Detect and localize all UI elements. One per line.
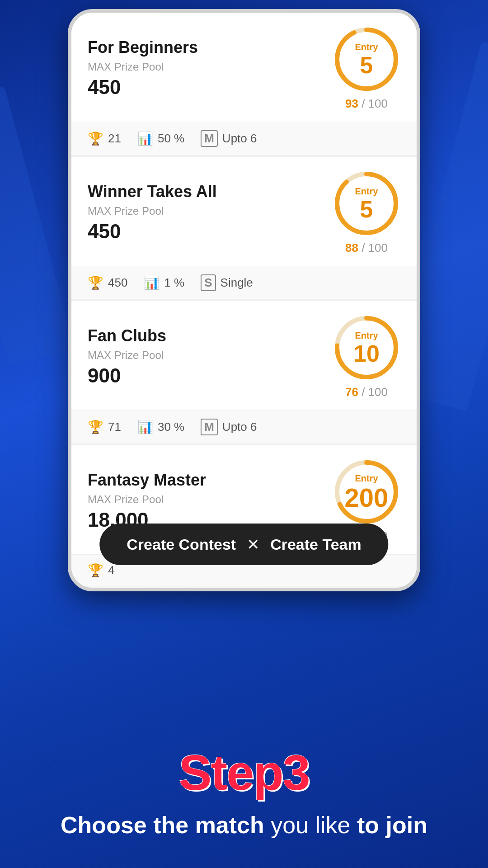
entry-label: Entry [355,42,378,52]
entry-label: Entry [355,330,378,341]
card-stats: 🏆 450 📊 1 % S Single [71,266,417,299]
stat-value: 50 % [158,132,184,146]
stat-item: 🏆 450 [88,275,127,290]
stat-value: 450 [108,276,127,290]
chart-icon: 📊 [144,275,160,290]
prize-label: MAX Prize Pool [88,61,198,73]
card-title: Winner Takes All [88,182,217,201]
stat-value: Upto 6 [222,420,257,434]
prize-value: 450 [88,220,217,243]
stat-value: 1 % [164,276,184,290]
entry-filled: 88 / 100 [345,241,388,255]
stat-item: 📊 30 % [137,420,184,434]
subtitle-bold2: to join [357,812,427,838]
entry-label: Entry [355,186,378,197]
stat-item: M Upto 6 [201,419,257,435]
entry-value: 5 [360,53,373,77]
card-stats: 🏆 71 📊 30 % M Upto 6 [71,410,417,443]
bottom-section: Step3 Choose the match you like to join [0,506,488,868]
prize-label: MAX Prize Pool [88,205,217,217]
card-info: Winner Takes All MAX Prize Pool 450 [88,182,217,243]
card-stats: 🏆 21 📊 50 % M Upto 6 [71,122,417,155]
entry-circle: Entry 5 [333,170,400,237]
contest-list: For Beginners MAX Prize Pool 450 Entry [71,13,417,586]
step-subtitle: Choose the match you like to join [42,810,446,841]
entry-badge: Entry 5 88 / 100 [333,170,400,255]
card-info: Fan Clubs MAX Prize Pool 900 [88,326,166,387]
entry-value: 10 [353,342,380,365]
stat-value: 21 [108,132,121,146]
stat-item: 🏆 71 [88,420,121,434]
single-icon: S [201,274,216,291]
prize-label: MAX Prize Pool [88,349,166,362]
entry-filled: 76 / 100 [345,385,388,399]
stat-value: 71 [108,420,121,434]
trophy-icon: 🏆 [88,131,103,146]
stat-item: 📊 1 % [144,275,184,290]
prize-value: 450 [88,76,198,99]
entry-badge: Entry 5 93 / 100 [333,25,400,111]
contest-card-winner-takes-all[interactable]: Winner Takes All MAX Prize Pool 450 Entr… [71,157,417,299]
chart-icon: 📊 [137,131,153,146]
multi-icon: M [201,419,218,435]
stat-item: M Upto 6 [201,130,257,147]
card-main: Winner Takes All MAX Prize Pool 450 Entr… [71,157,417,266]
phone-frame: For Beginners MAX Prize Pool 450 Entry [68,9,420,591]
card-main: For Beginners MAX Prize Pool 450 Entry [71,13,417,122]
entry-circle: Entry 5 [333,25,400,93]
subtitle-normal: you like [264,812,357,838]
entry-circle-inner: Entry 10 [333,314,400,382]
stat-item: 📊 50 % [137,131,184,146]
step-title: Step3 [178,744,310,801]
multi-icon: M [201,130,218,147]
trophy-icon: 🏆 [88,275,103,290]
stat-value: Upto 6 [222,132,257,146]
entry-circle-inner: Entry 5 [333,170,400,237]
card-title: For Beginners [88,38,198,57]
prize-label: MAX Prize Pool [88,493,206,506]
entry-circle: Entry 10 [333,314,400,382]
contest-card-for-beginners[interactable]: For Beginners MAX Prize Pool 450 Entry [71,13,417,155]
card-main: Fan Clubs MAX Prize Pool 900 Entry 10 [71,301,417,410]
prize-value: 900 [88,364,166,387]
contest-card-fan-clubs[interactable]: Fan Clubs MAX Prize Pool 900 Entry 10 [71,301,417,443]
entry-circle-inner: Entry 5 [333,25,400,93]
stat-item: 🏆 21 [88,131,121,146]
card-info: For Beginners MAX Prize Pool 450 [88,38,198,99]
stat-item: S Single [201,274,253,291]
subtitle-bold1: Choose the match [61,812,264,838]
card-title: Fan Clubs [88,326,166,345]
stat-value: 30 % [158,420,184,434]
phone-screen: For Beginners MAX Prize Pool 450 Entry [71,13,417,588]
chart-icon: 📊 [137,420,153,434]
entry-badge: Entry 10 76 / 100 [333,314,400,399]
entry-value: 5 [360,198,373,221]
trophy-icon: 🏆 [88,420,103,434]
entry-filled: 93 / 100 [345,97,388,111]
card-title: Fantasy Master [88,471,206,490]
stat-value: Single [221,276,253,290]
entry-label: Entry [355,473,378,484]
